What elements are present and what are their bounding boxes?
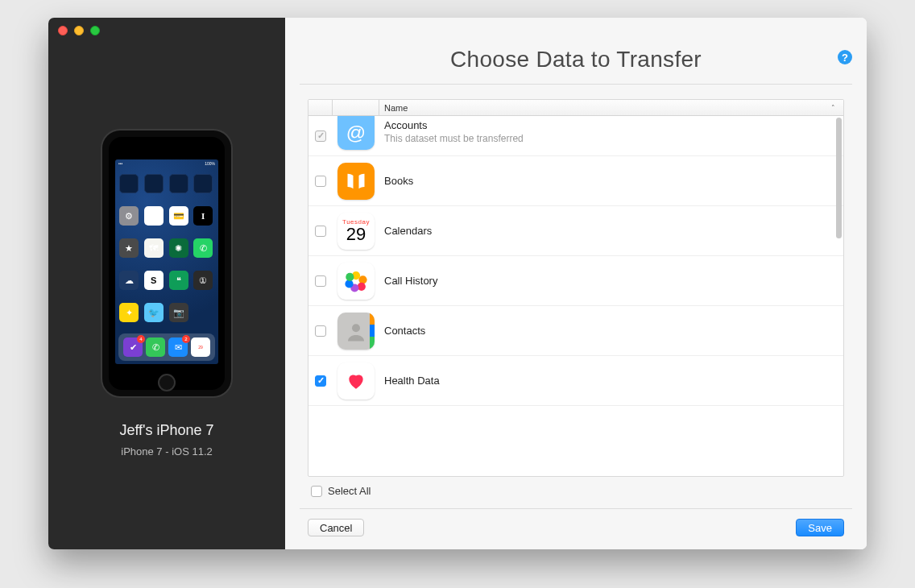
select-all-label: Select All	[328, 485, 371, 497]
photos-app-icon: 🏵	[144, 206, 164, 226]
page-title: Choose Data to Transfer	[324, 47, 828, 72]
column-header-name-label: Name	[384, 103, 408, 113]
tweetbot-app-icon: 🐦	[144, 303, 164, 322]
mail-dock-icon: ✉2	[168, 337, 188, 357]
phone-app-row-4: ☁ S ❝ ①	[115, 264, 218, 296]
phone-app-blank	[144, 174, 164, 193]
select-all-checkbox[interactable]	[311, 486, 322, 497]
itunes-app-icon: ★	[119, 238, 139, 258]
checkbox-callhistory[interactable]	[315, 275, 326, 287]
row-label: Call History	[384, 275, 437, 287]
minimize-window-button[interactable]	[74, 26, 84, 35]
scrollbar-thumb[interactable]	[836, 118, 842, 238]
phone-screen: •••100% ⚙ 🏵 💳 I	[115, 159, 218, 364]
reminders-dock-icon: ✔4	[123, 337, 143, 357]
cancel-button[interactable]: Cancel	[308, 519, 364, 536]
footer: Cancel Save	[300, 508, 852, 549]
phone-app-row-5: ✦ 🐦 📷	[115, 296, 218, 329]
column-header-checkbox[interactable]	[308, 100, 333, 115]
calendar-daynum: 29	[346, 226, 366, 243]
header: Choose Data to Transfer ?	[300, 18, 852, 85]
svg-point-2	[358, 282, 366, 290]
phone-app-blank	[169, 174, 188, 193]
slack-app-icon: S	[144, 271, 164, 290]
device-mockup: •••100% ⚙ 🏵 💳 I	[102, 130, 231, 396]
table-row-health[interactable]: Health Data	[308, 356, 843, 406]
help-button[interactable]: ?	[838, 50, 852, 64]
phone-app-empty	[193, 303, 213, 322]
calendar-dock-icon: 29	[191, 337, 210, 357]
row-label: Calendars	[384, 225, 432, 237]
table-row-books[interactable]: Books	[308, 156, 843, 206]
contacts-icon	[337, 313, 375, 350]
content: Name ˄ @ Accounts This dataset must be t…	[285, 85, 867, 497]
checkbox-health[interactable]	[315, 375, 326, 387]
table-row-calendars[interactable]: Tuesday 29 Calendars	[308, 206, 843, 256]
table-row-callhistory[interactable]: Call History	[308, 256, 843, 306]
whatsapp-app-icon: ✆	[193, 238, 213, 258]
accounts-icon: @	[337, 116, 375, 150]
starbucks-app-icon: ✺	[169, 238, 188, 258]
select-all-row[interactable]: Select All	[308, 477, 844, 497]
zoom-window-button[interactable]	[90, 26, 100, 35]
row-label: Contacts	[384, 325, 425, 337]
calendar-icon: Tuesday 29	[337, 213, 375, 250]
close-window-button[interactable]	[58, 26, 68, 35]
iphone-frame: •••100% ⚙ 🏵 💳 I	[102, 130, 231, 396]
phone-app-row-2: ⚙ 🏵 💳 I	[115, 200, 218, 232]
checkbox-calendars[interactable]	[315, 226, 326, 237]
books-icon	[337, 163, 375, 200]
phone-app-blank	[119, 174, 139, 193]
mail-badge: 2	[182, 335, 190, 343]
checkbox-accounts	[315, 130, 326, 142]
checkbox-books[interactable]	[315, 176, 326, 187]
main-panel: Choose Data to Transfer ? Name ˄	[285, 18, 867, 549]
home-button-icon	[158, 374, 176, 391]
device-subtitle: iPhone 7 - iOS 11.2	[121, 445, 212, 458]
device-name: Jeff's iPhone 7	[119, 422, 213, 439]
darksky-app-icon: ☁	[119, 271, 139, 290]
phone-app-row-3: ★ 🗺 ✺ ✆	[115, 232, 218, 264]
svg-point-6	[352, 324, 360, 332]
onepassword-app-icon: ①	[193, 271, 213, 290]
wallet-app-icon: 💳	[169, 206, 188, 226]
sidebar: •••100% ⚙ 🏵 💳 I	[48, 18, 285, 549]
app-window: •••100% ⚙ 🏵 💳 I	[48, 18, 867, 549]
column-header-name[interactable]: Name ˄	[379, 103, 843, 113]
settings-app-icon: ⚙	[119, 206, 139, 226]
data-table: Name ˄ @ Accounts This dataset must be t…	[308, 99, 844, 477]
table-row-contacts[interactable]: Contacts	[308, 306, 843, 356]
table-row-accounts[interactable]: @ Accounts This dataset must be transfer…	[308, 116, 843, 156]
table-header: Name ˄	[308, 100, 843, 116]
callhistory-icon	[337, 263, 375, 300]
row-subtitle: This dataset must be transferred	[384, 133, 843, 144]
maps-app-icon: 🗺	[144, 238, 164, 258]
sort-ascending-icon: ˄	[831, 104, 835, 112]
svg-point-1	[358, 275, 366, 284]
window-controls	[58, 26, 100, 35]
svg-point-5	[346, 272, 354, 280]
row-label: Health Data	[384, 375, 440, 387]
phone-statusbar: •••100%	[115, 159, 218, 168]
checkbox-contacts[interactable]	[315, 325, 326, 337]
table-body[interactable]: @ Accounts This dataset must be transfer…	[308, 116, 843, 476]
imovie-app-icon: ✦	[119, 303, 139, 322]
row-label: Books	[384, 175, 413, 187]
phone-dock: ✔4 ✆ ✉2 29	[118, 333, 215, 361]
phone-app-blank	[193, 174, 213, 193]
save-button[interactable]: Save	[796, 519, 844, 536]
health-icon	[337, 362, 375, 400]
row-label: Accounts	[384, 119, 843, 131]
column-header-icon	[333, 100, 379, 115]
phone-dock-icon: ✆	[146, 337, 165, 357]
instapaper-app-icon: I	[193, 206, 213, 226]
phone-app-row-1	[115, 168, 218, 200]
reminders-badge: 4	[137, 335, 145, 343]
camera-app-icon: 📷	[169, 303, 188, 322]
hangouts-app-icon: ❝	[169, 271, 188, 290]
